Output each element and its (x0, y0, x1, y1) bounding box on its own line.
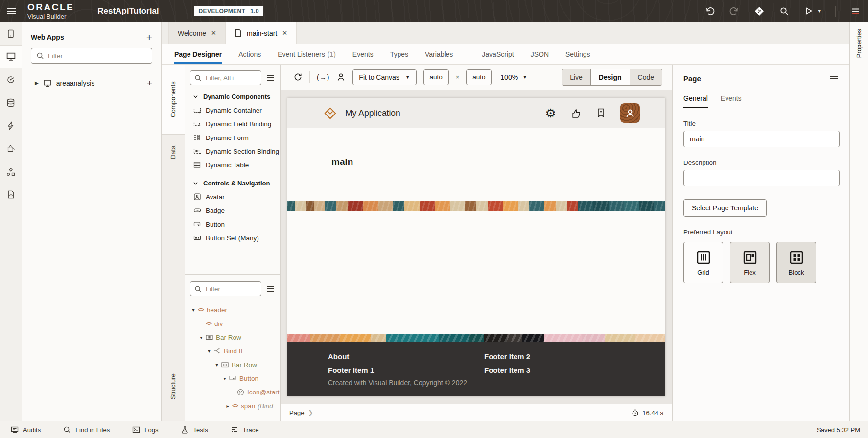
tab-events[interactable]: Events (352, 44, 374, 64)
tab-actions[interactable]: Actions (238, 44, 261, 64)
section-controls-navigation[interactable]: Controls & Navigation (185, 172, 280, 190)
layout-flex-button[interactable]: Flex (730, 242, 770, 283)
mode-code-button[interactable]: Code (630, 69, 662, 85)
rail-web-apps-icon[interactable] (0, 45, 22, 68)
tree-node-bar-row-2[interactable]: ▾ Bar Row (185, 358, 280, 371)
tab-structure[interactable]: Structure (162, 359, 185, 414)
find-in-files-button[interactable]: Find in Files (63, 426, 110, 434)
redo-icon[interactable] (729, 6, 739, 16)
web-app-tree-item[interactable]: ▶ areaanalysis + (22, 76, 161, 90)
rail-source-view-icon[interactable] (0, 183, 22, 206)
canvas-width-input[interactable] (423, 69, 449, 85)
properties-collapsed-strip[interactable]: Properties (849, 22, 868, 421)
tree-node-bind-if[interactable]: ▾ Bind If (185, 344, 280, 358)
rail-mobile-apps-icon[interactable] (0, 22, 22, 45)
mode-live-button[interactable]: Live (562, 69, 590, 85)
preview-app-header[interactable]: My Application ⚙ (287, 98, 665, 128)
footer-link[interactable]: Footer Item 3 (484, 366, 530, 374)
properties-strip-label[interactable]: Properties (855, 29, 863, 58)
tree-node-div[interactable]: <> div (185, 317, 280, 330)
palette-item-dynamic-table[interactable]: Dynamic Table (185, 158, 280, 172)
preview-page-body[interactable]: main (287, 128, 665, 334)
refresh-canvas-icon[interactable] (293, 72, 303, 82)
web-apps-filter-input[interactable] (48, 52, 147, 60)
tab-welcome[interactable]: Welcome ✕ (168, 22, 226, 44)
expand-arrow-icon[interactable]: ▶ (35, 80, 39, 86)
user-context-icon[interactable] (336, 72, 346, 82)
layout-block-button[interactable]: Block (776, 242, 816, 283)
add-page-button[interactable]: + (147, 78, 152, 88)
logs-button[interactable]: Logs (132, 426, 158, 434)
palette-item-badge[interactable]: Badge (185, 204, 280, 217)
close-tab-icon[interactable]: ✕ (282, 29, 287, 37)
collapse-arrow-icon[interactable]: ▾ (198, 335, 205, 340)
banner-image[interactable] (287, 201, 665, 211)
description-field-input[interactable] (683, 170, 840, 186)
tree-node-bar-row[interactable]: ▾ Bar Row (185, 330, 280, 344)
footer-link[interactable]: About (328, 352, 349, 361)
rail-components-icon[interactable] (0, 137, 22, 160)
components-menu-icon[interactable] (264, 73, 276, 82)
thumbs-up-icon[interactable] (570, 108, 582, 119)
tree-node-header[interactable]: ▾ <> header (185, 303, 280, 317)
preview-app-title[interactable]: My Application (345, 108, 400, 118)
user-avatar[interactable] (620, 103, 640, 123)
palette-item-dynamic-form[interactable]: Dynamic Form (185, 131, 280, 144)
components-filter-input[interactable] (206, 74, 257, 82)
tab-settings[interactable]: Settings (565, 44, 590, 64)
settings-gear-icon[interactable]: ⚙ (545, 107, 556, 119)
palette-item-dynamic-field-binding[interactable]: Dynamic Field Binding (185, 117, 280, 131)
tab-data[interactable]: Data (162, 134, 185, 170)
rail-business-objects-icon[interactable] (0, 91, 22, 114)
select-page-template-button[interactable]: Select Page Template (683, 199, 767, 217)
tab-event-listeners[interactable]: Event Listeners(1) (278, 44, 336, 64)
tree-node-button[interactable]: ▾ Button (185, 371, 280, 385)
footer-banner-image[interactable] (287, 334, 665, 342)
bookmark-icon[interactable] (596, 108, 606, 118)
footer-link[interactable]: Footer Item 2 (484, 352, 530, 361)
undo-icon[interactable] (705, 6, 715, 16)
tree-node-span[interactable]: ▸ <> span (Bind (185, 399, 280, 413)
tab-events[interactable]: Events (721, 94, 742, 108)
git-icon[interactable] (754, 6, 765, 17)
mode-design-button[interactable]: Design (590, 69, 630, 85)
palette-item-dynamic-container[interactable]: Dynamic Container (185, 103, 280, 117)
page-preview[interactable]: My Application ⚙ main (287, 98, 665, 396)
collapse-arrow-icon[interactable]: ▾ (206, 348, 212, 354)
search-icon[interactable] (779, 6, 789, 16)
collapse-arrow-icon[interactable]: ▾ (190, 307, 197, 313)
rail-diagram-icon[interactable] (0, 160, 22, 183)
rail-processes-icon[interactable] (0, 114, 22, 137)
breadcrumb-page[interactable]: Page (289, 409, 304, 416)
palette-item-button[interactable]: Button (185, 217, 280, 231)
header-menu-icon[interactable] (850, 6, 860, 16)
create-web-app-button[interactable]: + (146, 32, 152, 42)
tab-page-designer[interactable]: Page Designer (174, 44, 222, 64)
tab-types[interactable]: Types (390, 44, 408, 64)
footer-link[interactable]: Footer Item 1 (328, 366, 374, 374)
tab-variables[interactable]: Variables (425, 44, 453, 64)
global-menu-icon[interactable] (0, 0, 23, 22)
design-canvas[interactable]: My Application ⚙ main (281, 90, 672, 404)
section-dynamic-components[interactable]: Dynamic Components (185, 85, 280, 103)
structure-filter-input[interactable] (206, 285, 257, 293)
tab-components[interactable]: Components (162, 65, 185, 134)
zoom-select[interactable]: 100% ▼ (500, 73, 527, 81)
close-tab-icon[interactable]: ✕ (211, 29, 216, 37)
layout-grid-button[interactable]: Grid (683, 242, 723, 283)
run-options-caret-icon[interactable]: ▾ (818, 8, 821, 14)
tests-button[interactable]: Tests (181, 426, 208, 434)
rail-service-connections-icon[interactable] (0, 68, 22, 91)
canvas-height-input[interactable] (466, 69, 492, 85)
expand-arrow-icon[interactable]: ▸ (224, 403, 231, 409)
palette-item-avatar[interactable]: Avatar (185, 190, 280, 204)
tree-node-icon-slot[interactable]: Icon@startIcon (185, 385, 280, 399)
tab-javascript[interactable]: JavaScript (467, 44, 514, 64)
trace-button[interactable]: Trace (231, 426, 259, 434)
collapse-arrow-icon[interactable]: ▾ (221, 376, 228, 381)
palette-item-dynamic-section-binding[interactable]: Dynamic Section Binding (185, 144, 280, 158)
tab-general[interactable]: General (683, 94, 708, 108)
title-field-input[interactable] (683, 131, 840, 147)
canvas-size-select[interactable]: Fit to Canvas ▼ (352, 69, 416, 85)
disable-navigation-icon[interactable]: (→) (317, 73, 329, 81)
